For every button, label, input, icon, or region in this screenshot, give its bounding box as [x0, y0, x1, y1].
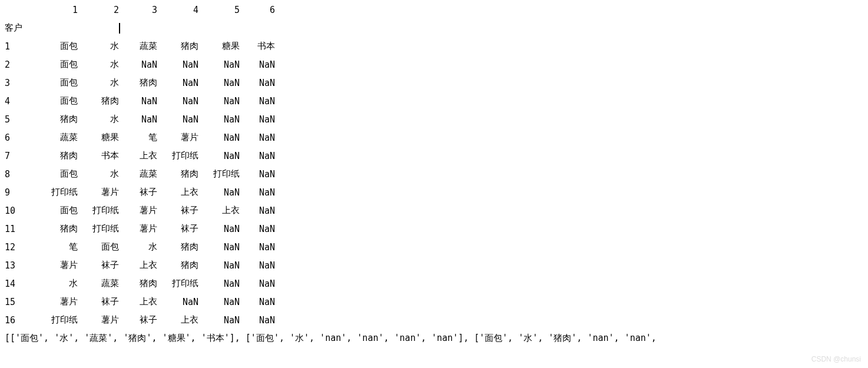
cell: 上衣	[119, 147, 157, 165]
cell: 上衣	[157, 311, 198, 329]
list-output: [['面包', '水', '蔬菜', '猪肉', '糖果', '书本'], ['…	[0, 329, 868, 347]
cell: 蔬菜	[37, 128, 78, 147]
row-index: 1	[0, 37, 37, 55]
table-row: 7猪肉书本上衣打印纸NaNNaN	[0, 147, 275, 165]
cell: 打印纸	[78, 201, 119, 220]
table-row: 10面包打印纸薯片袜子上衣NaN	[0, 201, 275, 220]
cell: NaN	[240, 274, 275, 293]
row-index: 9	[0, 183, 37, 201]
row-index: 14	[0, 274, 37, 293]
cell: 薯片	[78, 183, 119, 201]
cell: 袜子	[78, 256, 119, 274]
cell: 打印纸	[78, 220, 119, 238]
cell: 打印纸	[198, 165, 240, 183]
cell: NaN	[119, 92, 157, 110]
cell: NaN	[198, 92, 240, 110]
cell: 袜子	[157, 220, 198, 238]
table-row: 1面包水蔬菜猪肉糖果书本	[0, 37, 275, 55]
cell: 面包	[78, 238, 119, 256]
cell: 薯片	[157, 128, 198, 147]
cell: 袜子	[78, 293, 119, 311]
row-index: 2	[0, 55, 37, 74]
cell: 打印纸	[37, 311, 78, 329]
cell: 糖果	[78, 128, 119, 147]
cell: NaN	[157, 92, 198, 110]
row-index: 10	[0, 201, 37, 220]
cell: 猪肉	[157, 256, 198, 274]
index-name-row: 客户	[0, 19, 275, 37]
table-row: 9打印纸薯片袜子上衣NaNNaN	[0, 183, 275, 201]
table-row: 4面包猪肉NaNNaNNaNNaN	[0, 92, 275, 110]
table-row: 6蔬菜糖果笔薯片NaNNaN	[0, 128, 275, 147]
header-row: 1 2 3 4 5 6	[0, 1, 275, 19]
cell: NaN	[198, 55, 240, 74]
cell: NaN	[198, 293, 240, 311]
row-index: 6	[0, 128, 37, 147]
cell: 薯片	[119, 201, 157, 220]
cell: NaN	[157, 293, 198, 311]
cell: 书本	[78, 147, 119, 165]
cell: 水	[78, 55, 119, 74]
cell: 猪肉	[157, 165, 198, 183]
cell: 水	[37, 274, 78, 293]
cell: NaN	[240, 128, 275, 147]
cell: 面包	[37, 165, 78, 183]
cell: NaN	[198, 256, 240, 274]
cell: 猪肉	[37, 220, 78, 238]
cell: 猪肉	[37, 147, 78, 165]
cell: 面包	[37, 55, 78, 74]
cell: NaN	[157, 110, 198, 128]
cell: NaN	[240, 256, 275, 274]
col-header-1: 1	[37, 1, 78, 19]
row-index: 5	[0, 110, 37, 128]
cell: NaN	[198, 311, 240, 329]
cell: NaN	[157, 74, 198, 92]
cell: NaN	[240, 311, 275, 329]
cell: 水	[78, 74, 119, 92]
cell: 猪肉	[78, 92, 119, 110]
table-row: 16打印纸薯片袜子上衣NaNNaN	[0, 311, 275, 329]
table-row: 15薯片袜子上衣NaNNaNNaN	[0, 293, 275, 311]
cell: NaN	[240, 293, 275, 311]
dataframe-table: 1 2 3 4 5 6 客户 1面包水蔬菜猪肉糖果书本2面包水NaNNaNNaN…	[0, 1, 275, 329]
cell: 水	[78, 110, 119, 128]
table-row: 5猪肉水NaNNaNNaNNaN	[0, 110, 275, 128]
cell: 糖果	[198, 37, 240, 55]
cell: 面包	[37, 201, 78, 220]
table-row: 2面包水NaNNaNNaNNaN	[0, 55, 275, 74]
row-index: 3	[0, 74, 37, 92]
row-index: 8	[0, 165, 37, 183]
cell: 薯片	[78, 311, 119, 329]
cell: NaN	[240, 165, 275, 183]
cell: 上衣	[119, 293, 157, 311]
cell: NaN	[119, 55, 157, 74]
cell: NaN	[198, 220, 240, 238]
row-index: 4	[0, 92, 37, 110]
index-name: 客户	[0, 19, 37, 37]
cell: NaN	[240, 183, 275, 201]
cell: NaN	[240, 220, 275, 238]
cell: 水	[78, 37, 119, 55]
cell: 薯片	[37, 256, 78, 274]
cell: 面包	[37, 74, 78, 92]
cell: NaN	[198, 74, 240, 92]
table-row: 12笔面包水猪肉NaNNaN	[0, 238, 275, 256]
cell: NaN	[240, 147, 275, 165]
cell: 上衣	[157, 183, 198, 201]
table-row: 14水蔬菜猪肉打印纸NaNNaN	[0, 274, 275, 293]
cell: NaN	[198, 128, 240, 147]
row-index: 11	[0, 220, 37, 238]
cell: 袜子	[119, 183, 157, 201]
col-header-5: 5	[198, 1, 240, 19]
cell: NaN	[240, 201, 275, 220]
cell: 打印纸	[157, 274, 198, 293]
cell: 面包	[37, 37, 78, 55]
cell: 打印纸	[157, 147, 198, 165]
cell: NaN	[198, 110, 240, 128]
cell: 笔	[37, 238, 78, 256]
row-index: 16	[0, 311, 37, 329]
cell: 猪肉	[119, 74, 157, 92]
col-header-3: 3	[119, 1, 157, 19]
cell: NaN	[157, 55, 198, 74]
row-index: 12	[0, 238, 37, 256]
